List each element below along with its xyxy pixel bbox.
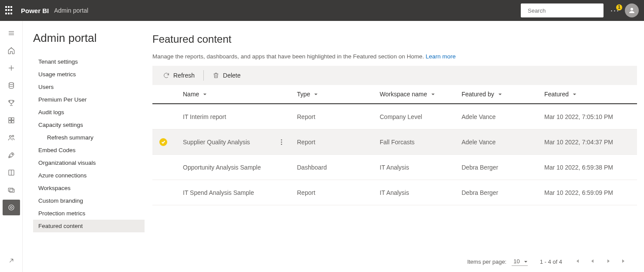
section-title: Featured content [152, 33, 637, 45]
prev-page-button[interactable] [590, 258, 595, 265]
cell-featured: Mar 10 2022, 7:05:10 PM [544, 113, 637, 120]
cell-name: Opportunity Analysis Sample [183, 164, 276, 171]
nav-item[interactable]: Users [33, 81, 145, 93]
nav-item[interactable]: Organizational visuals [33, 156, 145, 169]
people-icon[interactable] [3, 130, 20, 146]
expand-icon[interactable] [3, 253, 20, 269]
nav-item[interactable]: Refresh summary [33, 131, 145, 144]
cell-featured: Mar 10 2022, 7:04:37 PM [544, 139, 637, 146]
nav-item[interactable]: Audit logs [33, 106, 145, 119]
col-featured-by[interactable]: Featured by [462, 91, 544, 98]
search-box[interactable] [521, 3, 604, 17]
user-avatar[interactable] [625, 3, 639, 17]
cell-featured-by: Adele Vance [462, 139, 544, 146]
search-input[interactable] [528, 7, 601, 14]
nav-item[interactable]: Premium Per User [33, 93, 145, 106]
items-per-page-select[interactable]: 10 [512, 257, 527, 266]
svg-point-16 [12, 135, 13, 137]
cell-workspace: Company Level [380, 113, 462, 120]
table-row[interactable]: Opportunity Analysis SampleDashboardIT A… [152, 155, 637, 180]
col-featured[interactable]: Featured [544, 91, 637, 98]
refresh-icon [163, 72, 170, 79]
chevron-down-icon [498, 92, 502, 97]
nav-item[interactable]: Capacity settings [33, 119, 145, 131]
cell-type: Report [297, 113, 380, 120]
cell-name: Supplier Quality Analysis [183, 139, 276, 146]
cell-type: Report [297, 189, 380, 196]
col-workspace[interactable]: Workspace name [380, 91, 462, 98]
content-toolbar: Refresh Delete [152, 66, 637, 85]
pagination-range: 1 - 4 of 4 [540, 258, 562, 265]
toolbar-separator [203, 70, 204, 81]
left-rail [0, 21, 23, 272]
delete-button[interactable]: Delete [209, 69, 244, 82]
svg-point-25 [281, 141, 282, 143]
svg-rect-14 [11, 121, 13, 123]
cell-type: Report [297, 139, 380, 146]
cell-type: Dashboard [297, 164, 380, 171]
refresh-button[interactable]: Refresh [159, 69, 198, 82]
notification-badge: 1 [616, 4, 622, 10]
more-options[interactable]: ··· 1 [610, 6, 620, 15]
cell-name: IT Interim report [183, 113, 276, 120]
main-content: Featured content Manage the reports, das… [145, 21, 644, 272]
svg-rect-12 [11, 118, 13, 120]
first-page-button[interactable] [574, 258, 580, 265]
check-icon [159, 138, 167, 146]
svg-rect-11 [9, 118, 11, 120]
apps-icon[interactable] [3, 112, 20, 128]
featured-table: Name Type Workspace name Featured by Fea… [152, 85, 637, 251]
nav-item[interactable]: Featured content [33, 220, 145, 232]
dropdown-icon [524, 260, 528, 264]
nav-item[interactable]: Tenant settings [33, 55, 145, 68]
admin-icon[interactable] [3, 200, 20, 215]
rocket-icon[interactable] [3, 147, 20, 163]
table-row[interactable]: IT Spend Analysis SampleReportIT Analysi… [152, 180, 637, 205]
learn-more-link[interactable]: Learn more [425, 53, 455, 60]
hamburger-icon[interactable] [3, 25, 20, 41]
dataset-icon[interactable] [3, 78, 20, 93]
svg-point-15 [9, 136, 11, 138]
nav-item[interactable]: Custom branding [33, 194, 145, 207]
nav-item[interactable]: Embed Codes [33, 144, 145, 156]
cell-featured: Mar 10 2022, 6:59:09 PM [544, 189, 637, 196]
header-subtitle: Admin portal [54, 7, 88, 14]
svg-point-26 [281, 143, 282, 145]
nav-item[interactable]: Usage metrics [33, 68, 145, 81]
global-header: Power BI Admin portal ··· 1 [0, 0, 644, 21]
svg-rect-13 [9, 121, 11, 123]
svg-point-23 [10, 207, 12, 209]
col-type[interactable]: Type [297, 91, 380, 98]
workspace-icon[interactable] [3, 182, 20, 198]
next-page-button[interactable] [606, 258, 611, 265]
items-per-page-label: Items per page: [467, 258, 506, 265]
table-header: Name Type Workspace name Featured by Fea… [152, 85, 637, 104]
nav-item[interactable]: Azure connections [33, 169, 145, 182]
row-more-icon[interactable] [276, 139, 287, 145]
section-description: Manage the reports, dashboards, and apps… [152, 53, 637, 60]
svg-rect-21 [10, 189, 14, 193]
cell-featured-by: Debra Berger [462, 189, 544, 196]
col-name[interactable]: Name [183, 91, 297, 98]
row-check[interactable] [159, 138, 183, 146]
last-page-button[interactable] [621, 258, 627, 265]
trophy-icon[interactable] [3, 95, 20, 111]
book-icon[interactable] [3, 165, 20, 180]
nav-item[interactable]: Workspaces [33, 182, 145, 194]
cell-featured: Mar 10 2022, 6:59:38 PM [544, 164, 637, 171]
nav-item[interactable]: Protection metrics [33, 207, 145, 220]
app-launcher-icon[interactable] [5, 6, 14, 15]
items-per-page: Items per page: 10 [467, 257, 528, 266]
table-row[interactable]: IT Interim reportReportCompany LevelAdel… [152, 104, 637, 129]
plus-icon[interactable] [3, 60, 20, 76]
table-row[interactable]: Supplier Quality AnalysisReportFall Forc… [152, 129, 637, 155]
svg-rect-20 [8, 188, 13, 192]
pagination: Items per page: 10 1 - 4 of 4 [152, 251, 637, 272]
cell-workspace: Fall Forcasts [380, 139, 462, 146]
chevron-down-icon [431, 92, 435, 97]
admin-nav: Admin portal Tenant settingsUsage metric… [23, 21, 145, 272]
trash-icon [212, 72, 219, 79]
brand-name: Power BI [21, 7, 49, 14]
cell-featured-by: Debra Berger [462, 164, 544, 171]
home-icon[interactable] [3, 43, 20, 58]
